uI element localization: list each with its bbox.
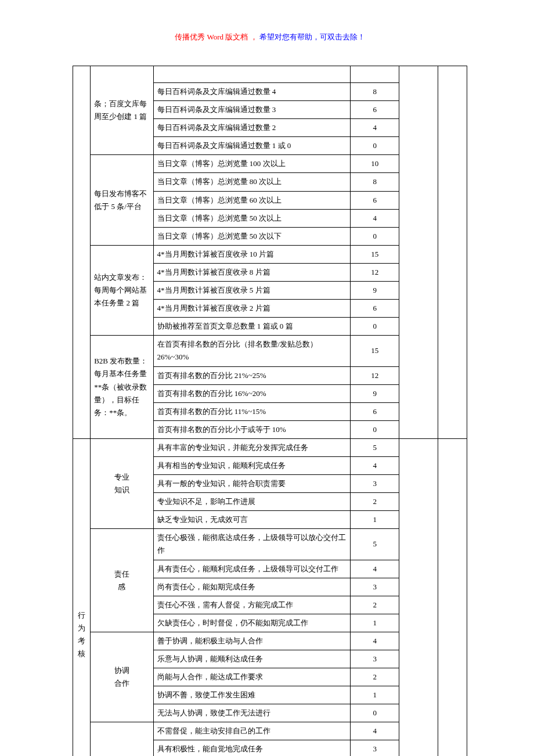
table-row: 行 为 考 核 专业 知识 具有丰富的专业知识，并能充分发挥完成任务 5 [73,438,467,456]
criteria-desc: 首页有排名数的百分比 21%~25% [153,366,351,384]
criteria-desc: 每日百科词条及文库编辑通过数量 4 [153,83,351,101]
criteria-score: 0 [351,227,399,245]
criteria-score: 2 [351,596,399,614]
criteria-score: 15 [351,336,399,366]
criteria-score: 1 [351,686,399,704]
criteria-desc: 当日文章（博客）总浏览量 50 次以下 [153,227,351,245]
criteria-desc: 每日百科词条及文库编辑通过数量 2 [153,119,351,137]
criteria-score: 5 [351,438,399,456]
criteria-desc: 尚能与人合作，能达成工作要求 [153,668,351,686]
criteria-label-text: 专业 知识 [114,473,129,494]
criteria-score: 2 [351,668,399,686]
blank-cell [399,438,438,756]
header-note: 传播优秀 Word 版文档 ， 希望对您有帮助，可双击去除！ [73,32,467,42]
criteria-desc: 当日文章（博客）总浏览量 100 次以上 [153,155,351,173]
criteria-score: 12 [351,263,399,281]
criteria-desc: 首页有排名数的百分比 11%~15% [153,402,351,420]
criteria-desc: 责任心不强，需有人督促，方能完成工作 [153,596,351,614]
criteria-score: 9 [351,384,399,402]
criteria-score: 1 [351,614,399,632]
criteria-score: 3 [351,740,399,756]
blank-cell [438,66,467,439]
category-label: 行 为 考 核 [78,611,85,658]
criteria-desc: 专业知识不足，影响工作进展 [153,493,351,511]
criteria-desc: 4*当月周数计算被百度收录 10 片篇 [153,245,351,263]
criteria-score: 6 [351,101,399,119]
criteria-score: 0 [351,420,399,438]
criteria-score: 8 [351,83,399,101]
criteria-label: 专业 知识 [91,438,153,528]
criteria-desc: 缺乏专业知识，无成效可言 [153,511,351,529]
criteria-label-text: 协调 合作 [114,666,129,687]
criteria-score: 0 [351,318,399,336]
criteria-desc: 协调不善，致使工作发生困难 [153,686,351,704]
criteria-score: 2 [351,493,399,511]
criteria-label: B2B 发布数量：每月基本任务量 **条（被收录数量），目标任务：**条。 [91,336,153,439]
criteria-score: 4 [351,722,399,740]
criteria-score: 6 [351,402,399,420]
criteria-desc: 不需督促，能主动安排自己的工作 [153,722,351,740]
criteria-score: 12 [351,366,399,384]
criteria-score: 10 [351,155,399,173]
criteria-score: 4 [351,560,399,578]
criteria-desc: 具有积极性，能自觉地完成任务 [153,740,351,756]
criteria-label: 站内文章发布：每周每个网站基本任务量 2 篇 [91,245,153,335]
criteria-score: 0 [351,704,399,722]
criteria-label: 协调 合作 [91,632,153,722]
criteria-desc: 欠缺责任心，时时督促，仍不能如期完成工作 [153,614,351,632]
criteria-score: 4 [351,209,399,227]
criteria-score: 6 [351,191,399,209]
criteria-score: 4 [351,456,399,474]
blank-cell [438,438,467,756]
criteria-desc: 乐意与人协调，能顺利达成任务 [153,650,351,668]
criteria-score: 9 [351,282,399,300]
criteria-desc: 善于协调，能积极主动与人合作 [153,632,351,650]
criteria-score: 1 [351,511,399,529]
criteria-score: 5 [351,529,399,560]
criteria-desc: 尚有责任心，能如期完成任务 [153,578,351,596]
criteria-desc: 在首页有排名数的百分比（排名数量/发贴总数）26%~30% [153,336,351,366]
criteria-desc: 具有丰富的专业知识，并能充分发挥完成任务 [153,438,351,456]
page: 传播优秀 Word 版文档 ， 希望对您有帮助，可双击去除！ 条；百度文库每周至… [0,0,534,756]
criteria-desc: 首页有排名数的百分比小于或等于 10% [153,420,351,438]
criteria-score: 4 [351,632,399,650]
header-part2: 希望对您有帮助，可双击去除！ [259,33,365,41]
criteria-desc: 当日文章（博客）总浏览量 80 次以上 [153,173,351,191]
header-part1: 传播优秀 Word 版文档 ， [175,33,257,41]
criteria-score: 4 [351,119,399,137]
criteria-desc: 首页有排名数的百分比 16%~20% [153,384,351,402]
criteria-desc: 具有相当的专业知识，能顺利完成任务 [153,456,351,474]
criteria-score [351,66,399,83]
criteria-desc: 无法与人协调，致使工作无法进行 [153,704,351,722]
table-row: 条；百度文库每周至少创建 1 篇 [73,66,467,83]
criteria-desc: 4*当月周数计算被百度收录 5 片篇 [153,282,351,300]
category-cell [73,66,91,439]
criteria-label: 每日发布博客不低于 5 条/平台 [91,155,153,245]
criteria-score: 0 [351,137,399,155]
criteria-desc: 每日百科词条及文库编辑通过数量 3 [153,101,351,119]
criteria-desc: 4*当月周数计算被百度收录 2 片篇 [153,300,351,318]
criteria-desc: 具有一般的专业知识，能符合职责需要 [153,475,351,493]
criteria-label: 条；百度文库每周至少创建 1 篇 [91,66,153,155]
criteria-desc: 协助被推荐至首页文章总数量 1 篇或 0 篇 [153,318,351,336]
criteria-desc: 当日文章（博客）总浏览量 60 次以上 [153,191,351,209]
blank-cell [399,66,438,439]
criteria-score: 3 [351,650,399,668]
criteria-desc: 具有责任心，能顺利完成任务，上级领导可以交付工作 [153,560,351,578]
criteria-desc: 责任心极强，能彻底达成任务，上级领导可以放心交付工作 [153,529,351,560]
criteria-desc: 当日文章（博客）总浏览量 50 次以上 [153,209,351,227]
criteria-label-text: 责任 感 [114,570,129,591]
criteria-label: 责任 感 [91,529,153,632]
criteria-desc [153,66,351,83]
criteria-label: 工作 态度 [91,722,153,756]
criteria-score: 3 [351,475,399,493]
criteria-score: 6 [351,300,399,318]
criteria-score: 3 [351,578,399,596]
criteria-score: 15 [351,245,399,263]
criteria-desc: 每日百科词条及文库编辑通过数量 1 或 0 [153,137,351,155]
category-cell: 行 为 考 核 [73,438,91,756]
criteria-score: 8 [351,173,399,191]
assessment-table: 条；百度文库每周至少创建 1 篇 每日百科词条及文库编辑通过数量 4 8 每日百… [73,66,467,756]
criteria-desc: 4*当月周数计算被百度收录 8 片篇 [153,263,351,281]
